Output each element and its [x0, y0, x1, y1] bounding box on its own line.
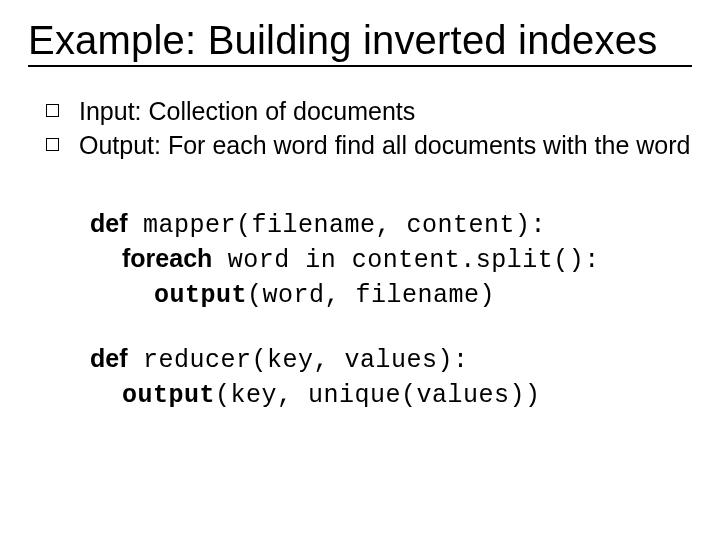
- square-bullet-icon: [46, 138, 59, 151]
- keyword-output: output: [122, 381, 215, 410]
- code-mapper: def mapper(filename, content): foreach w…: [90, 207, 692, 312]
- keyword-foreach: foreach: [122, 244, 212, 272]
- code-text: (key, unique(values)): [215, 381, 541, 410]
- bullet-text: Input: Collection of documents: [79, 95, 692, 127]
- code-text: (word, filename): [247, 281, 495, 310]
- keyword-def: def: [90, 209, 128, 237]
- code-text: reducer(key, values):: [128, 346, 469, 375]
- code-reducer: def reducer(key, values): output(key, un…: [90, 342, 692, 412]
- bullet-list: Input: Collection of documents Output: F…: [46, 95, 692, 161]
- slide-title: Example: Building inverted indexes: [28, 18, 692, 67]
- list-item: Output: For each word find all documents…: [46, 129, 692, 161]
- code-text: word in content.split():: [212, 246, 600, 275]
- bullet-text: Output: For each word find all documents…: [79, 129, 692, 161]
- code-text: mapper(filename, content):: [128, 211, 547, 240]
- keyword-output: output: [154, 281, 247, 310]
- keyword-def: def: [90, 344, 128, 372]
- list-item: Input: Collection of documents: [46, 95, 692, 127]
- square-bullet-icon: [46, 104, 59, 117]
